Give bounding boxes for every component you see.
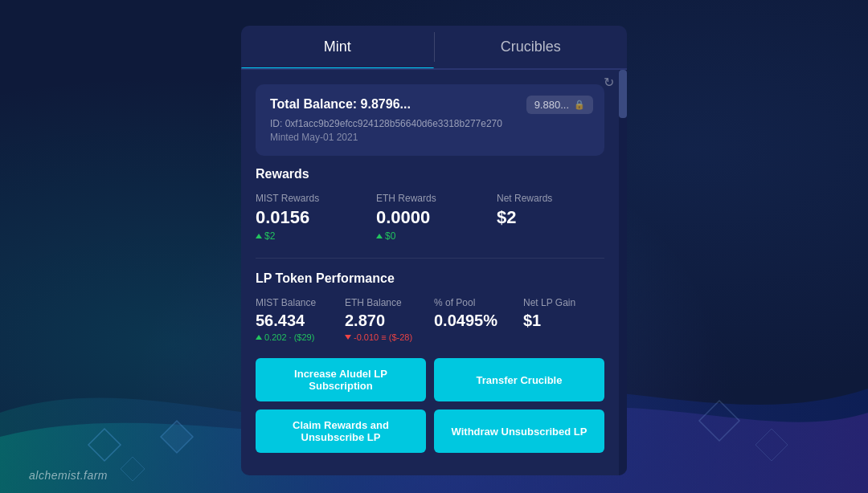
withdraw-lp-button[interactable]: Withdraw Unsubscribed LP bbox=[434, 409, 604, 453]
lp-eth-sub: -0.010 ≡ ($-28) bbox=[345, 332, 426, 342]
lp-mist-label: MIST Balance bbox=[256, 297, 337, 308]
lock-icon: 🔒 bbox=[574, 100, 585, 110]
tab-crucibles[interactable]: Crucibles bbox=[435, 26, 628, 68]
lp-mist-balance: MIST Balance 56.434 0.202 · ($29) bbox=[256, 297, 337, 342]
lp-eth-value: 2.870 bbox=[345, 312, 426, 330]
balance-badge-value: 9.880... bbox=[534, 99, 569, 111]
tab-bar: Mint Crucibles bbox=[241, 26, 627, 70]
reward-eth-sub: $0 bbox=[376, 230, 484, 242]
arrow-up-icon-eth bbox=[376, 234, 383, 238]
modal-body: ↻ Total Balance: 9.8796... 9.880... 🔒 ID… bbox=[241, 70, 627, 475]
reward-mist-label: MIST Rewards bbox=[256, 193, 363, 204]
reward-net: Net Rewards $2 bbox=[497, 193, 604, 242]
button-row-2: Claim Rewards and Unsubscribe LP Withdra… bbox=[256, 409, 604, 453]
lp-section-title: LP Token Performance bbox=[256, 271, 604, 286]
arrow-up-icon-lp bbox=[256, 335, 262, 340]
reward-mist-sub: $2 bbox=[256, 230, 363, 242]
scrollbar-track[interactable] bbox=[619, 70, 627, 475]
section-divider bbox=[256, 258, 604, 259]
arrow-up-icon bbox=[256, 234, 262, 238]
reward-eth: ETH Rewards 0.0000 $0 bbox=[376, 193, 484, 242]
reward-eth-sub-text: $0 bbox=[385, 230, 395, 242]
button-row-1: Increase Aludel LP Subscription Transfer… bbox=[256, 358, 604, 401]
tab-mint[interactable]: Mint bbox=[241, 26, 434, 68]
scrollbar-thumb[interactable] bbox=[619, 70, 627, 118]
lp-eth-sub-text: -0.010 ≡ ($-28) bbox=[354, 332, 412, 342]
lp-net-value: $1 bbox=[523, 312, 604, 330]
reward-mist-sub-text: $2 bbox=[264, 230, 275, 242]
arrow-down-icon bbox=[345, 335, 351, 340]
increase-aludel-button[interactable]: Increase Aludel LP Subscription bbox=[256, 358, 426, 401]
lp-net-label: Net LP Gain bbox=[523, 297, 604, 308]
lp-mist-sub-text: 0.202 · ($29) bbox=[264, 332, 314, 342]
reward-mist-value: 0.0156 bbox=[256, 207, 363, 228]
transfer-crucible-button[interactable]: Transfer Crucible bbox=[434, 358, 604, 401]
lp-pool-label: % of Pool bbox=[434, 297, 515, 308]
brand-label: alchemist.farm bbox=[29, 469, 108, 482]
refresh-icon[interactable]: ↻ bbox=[604, 75, 614, 90]
lp-mist-value: 56.434 bbox=[256, 312, 337, 330]
reward-eth-label: ETH Rewards bbox=[376, 193, 484, 204]
balance-badge: 9.880... 🔒 bbox=[526, 96, 593, 114]
reward-eth-value: 0.0000 bbox=[376, 207, 484, 228]
balance-date: Minted May-01 2021 bbox=[270, 132, 590, 143]
lp-grid: MIST Balance 56.434 0.202 · ($29) ETH Ba… bbox=[256, 297, 604, 342]
lp-pool-value: 0.0495% bbox=[434, 312, 515, 330]
lp-net-gain: Net LP Gain $1 bbox=[523, 297, 604, 342]
modal-content: Total Balance: 9.8796... 9.880... 🔒 ID: … bbox=[241, 70, 619, 475]
lp-eth-label: ETH Balance bbox=[345, 297, 426, 308]
lp-pool-pct: % of Pool 0.0495% bbox=[434, 297, 515, 342]
modal-wrapper: Mint Crucibles ↻ Total Balance: 9.8796..… bbox=[241, 26, 627, 475]
rewards-section-title: Rewards bbox=[256, 167, 604, 181]
reward-mist: MIST Rewards 0.0156 $2 bbox=[256, 193, 363, 242]
balance-id: ID: 0xf1acc9b29efcc924128b56640d6e3318b2… bbox=[270, 118, 590, 129]
reward-net-value: $2 bbox=[497, 207, 604, 228]
balance-card: Total Balance: 9.8796... 9.880... 🔒 ID: … bbox=[256, 84, 604, 156]
rewards-row: MIST Rewards 0.0156 $2 ETH Rewards 0.000… bbox=[256, 193, 604, 242]
claim-rewards-button[interactable]: Claim Rewards and Unsubscribe LP bbox=[256, 409, 426, 453]
lp-mist-sub: 0.202 · ($29) bbox=[256, 332, 337, 342]
reward-net-label: Net Rewards bbox=[497, 193, 604, 204]
lp-eth-balance: ETH Balance 2.870 -0.010 ≡ ($-28) bbox=[345, 297, 426, 342]
